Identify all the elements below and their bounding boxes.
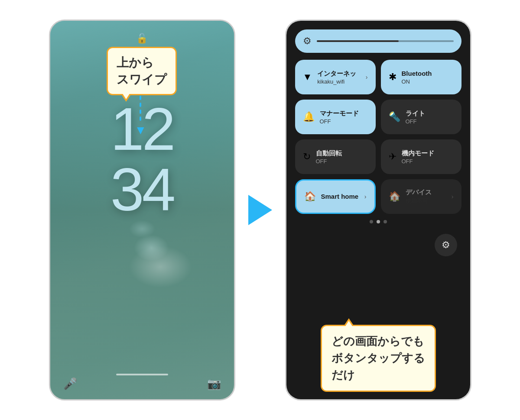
home-indicator [116,374,168,375]
smarthome-tile[interactable]: 🏠 Smart home › [295,179,376,214]
rotate-icon: ↻ [303,151,311,162]
device-label: デバイス [406,188,446,196]
brightness-slider[interactable] [317,40,454,42]
smarthome-icon: 🏠 [304,191,316,202]
airplane-label: 機内モード [402,149,454,157]
manner-tile-text: マナーモード OFF [320,110,368,125]
light-tile[interactable]: 🔦 ライト OFF [381,100,462,134]
clock-minutes: 34 [110,155,174,223]
internet-sub: kikaku_wifi [317,78,361,85]
callout-line2: スワイプ [117,73,167,86]
lock-icon: 🔓 [136,33,148,44]
airplane-sub: OFF [402,158,454,165]
smarthome-tile-text: Smart home [321,193,359,200]
swipe-dash-6 [140,110,141,114]
bluetooth-sub: ON [402,78,454,85]
manner-sub: OFF [320,118,368,125]
swipe-callout: 上から スワイプ [107,47,177,95]
smarthome-label: Smart home [321,193,359,200]
internet-tile-text: インターネッ kikaku_wifi [317,70,361,85]
callout-bottom-line2: ボタンタップする [332,352,425,365]
quick-settings-grid: ▼ インターネッ kikaku_wifi › ✱ Bluetooth ON [295,60,462,214]
rotation-tile-text: 自動回転 OFF [316,149,368,165]
dot-1 [370,220,373,223]
device-sub: 使用不可 [406,197,446,205]
light-tile-text: ライト OFF [406,110,454,125]
right-section: ⚙ ▼ インターネッ kikaku_wifi › [285,19,471,401]
phone-left-content: 🔓 1/1 土曜日 12 34 上から スワイプ [50,21,234,399]
bottom-callout: どの画面からでも ボタンタップする だけ [321,325,436,392]
mic-icon[interactable]: 🎤 [63,377,77,391]
airplane-icon: ✈ [389,151,396,162]
direction-arrow [248,195,272,225]
device-home-icon: 🏠 [389,191,400,202]
bottom-gear-button[interactable]: ⚙ [435,234,457,256]
manner-tile[interactable]: 🔔 マナーモード OFF [295,100,376,134]
airplane-tile[interactable]: ✈ 機内モード OFF [381,139,462,174]
swipe-arrow-icon: ▼ [135,124,147,136]
arrow-container [248,195,272,225]
swipe-dash-5 [140,103,141,107]
device-tile-text: デバイス 使用不可 [406,188,446,205]
rotation-sub: OFF [316,158,368,165]
brightness-bar[interactable]: ⚙ [295,29,462,53]
callout-bottom-line1: どの画面からでも [332,335,424,348]
device-tile[interactable]: 🏠 デバイス 使用不可 › [381,179,462,214]
rotation-tile[interactable]: ↻ 自動回転 OFF [295,139,376,174]
callout-line1: 上から [117,56,154,69]
internet-label: インターネッ [317,70,361,78]
internet-tile[interactable]: ▼ インターネッ kikaku_wifi › [295,60,376,94]
smarthome-chevron-icon: › [364,193,367,200]
dot-2 [377,220,380,223]
dot-3 [384,220,387,223]
phone-left: 🔓 1/1 土曜日 12 34 上から スワイプ [49,19,235,401]
rotation-label: 自動回転 [316,149,368,157]
bottom-settings: ⚙ [295,229,462,256]
wifi-icon: ▼ [303,71,312,83]
brightness-fill [317,40,399,42]
internet-chevron-icon: › [366,74,368,81]
swipe-dash-4 [140,96,141,100]
swipe-dash-7 [140,116,141,121]
top-gear-icon[interactable]: ⚙ [303,36,312,47]
bluetooth-tile[interactable]: ✱ Bluetooth ON [381,60,462,94]
light-label: ライト [406,110,454,117]
bluetooth-tile-text: Bluetooth ON [402,70,454,85]
bell-icon: 🔔 [303,111,315,123]
device-chevron-icon: › [452,193,454,200]
camera-icon[interactable]: 📷 [207,377,221,391]
callout-bottom-line3: だけ [332,368,355,381]
main-container: 🔓 1/1 土曜日 12 34 上から スワイプ [0,0,520,420]
bluetooth-label: Bluetooth [402,70,454,78]
manner-label: マナーモード [320,110,368,117]
flashlight-icon: 🔦 [389,111,400,123]
light-sub: OFF [406,118,454,125]
bluetooth-icon: ✱ [389,71,396,83]
bottom-bar: 🎤 📷 [50,377,234,391]
pagination-dots [295,220,462,223]
airplane-tile-text: 機内モード OFF [402,149,454,165]
